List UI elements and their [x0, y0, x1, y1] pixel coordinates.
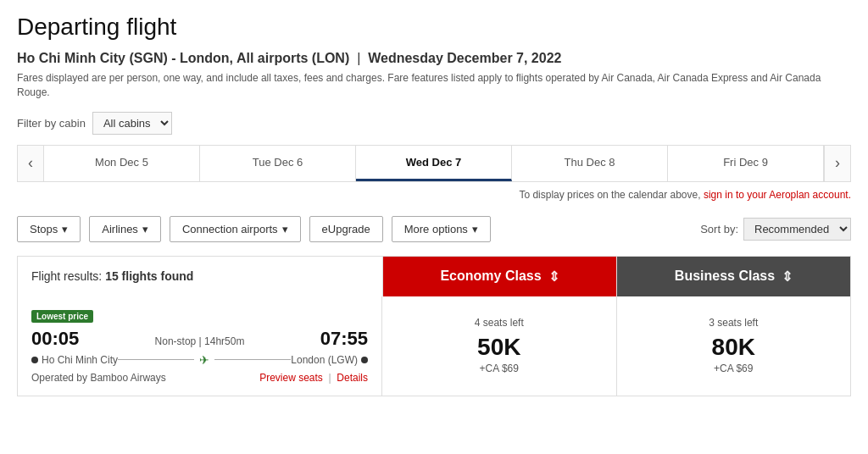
- business-price: 80K: [712, 334, 755, 361]
- economy-fees: +CA $69: [480, 363, 519, 374]
- origin-dot: [31, 357, 38, 363]
- preview-seats-link[interactable]: Preview seats: [259, 372, 323, 384]
- details-link[interactable]: Details: [337, 372, 368, 384]
- calendar-next-arrow[interactable]: ›: [824, 146, 850, 181]
- calendar-day-mon[interactable]: Mon Dec 5: [44, 146, 200, 181]
- flight-operated: Operated by Bamboo Airways Preview seats…: [31, 372, 368, 384]
- arrive-time: 07:55: [320, 328, 368, 350]
- route-text: Ho Chi Minh City (SGN) - London, All air…: [17, 51, 349, 65]
- sign-in-note: To display prices on the calendar above,…: [17, 189, 851, 201]
- sort-select[interactable]: Recommended Price Duration: [743, 218, 851, 241]
- calendar-day-tue[interactable]: Tue Dec 6: [200, 146, 356, 181]
- flight-links: Preview seats | Details: [259, 372, 368, 384]
- filter-buttons-bar: Stops ▾ Airlines ▾ Connection airports ▾…: [17, 216, 851, 242]
- date-text: Wednesday December 7, 2022: [368, 51, 561, 65]
- business-class-label: Business Class: [675, 269, 775, 284]
- chevron-down-icon: ▾: [142, 223, 148, 235]
- economy-class-label: Economy Class: [440, 269, 541, 284]
- destination-label: London (LGW): [291, 354, 358, 366]
- fare-note: Fares displayed are per person, one way,…: [17, 71, 851, 100]
- calendar-prev-arrow[interactable]: ‹: [18, 146, 44, 181]
- results-header: Flight results: 15 flights found Economy…: [17, 256, 851, 296]
- page-container: Departing flight Ho Chi Minh City (SGN) …: [0, 0, 868, 410]
- page-title: Departing flight: [17, 14, 851, 41]
- flight-times: 00:05 Non-stop | 14hr50m 07:55: [31, 328, 368, 350]
- airlines-filter-button[interactable]: Airlines ▾: [89, 216, 161, 242]
- calendar-nav: ‹ Mon Dec 5 Tue Dec 6 Wed Dec 7 Thu Dec …: [17, 145, 851, 182]
- sort-by-control: Sort by: Recommended Price Duration: [700, 218, 851, 241]
- eupgrade-filter-button[interactable]: eUpgrade: [309, 216, 383, 242]
- flight-duration: Non-stop | 14hr50m: [87, 335, 311, 347]
- flight-route: Ho Chi Minh City ✈ London (LGW): [31, 353, 368, 367]
- sort-by-label: Sort by:: [700, 223, 738, 235]
- economy-price-cell[interactable]: 4 seats left 50K +CA $69: [382, 296, 617, 396]
- cabin-select[interactable]: All cabins Economy Business First: [92, 112, 172, 135]
- lowest-price-badge: Lowest price: [31, 310, 93, 323]
- flight-count: 15 flights found: [105, 269, 193, 283]
- cabin-filter-bar: Filter by cabin All cabins Economy Busin…: [17, 112, 851, 135]
- flight-row: Lowest price 00:05 Non-stop | 14hr50m 07…: [17, 296, 851, 396]
- business-fees: +CA $69: [714, 363, 753, 374]
- business-sort-icon: ⇕: [782, 269, 793, 285]
- economy-price: 50K: [477, 334, 520, 361]
- operator-label: Operated by Bamboo Airways: [31, 372, 166, 384]
- route-info: Ho Chi Minh City (SGN) - London, All air…: [17, 51, 851, 66]
- sign-in-link[interactable]: sign in to your Aeroplan account.: [704, 189, 851, 201]
- economy-class-header[interactable]: Economy Class ⇕: [382, 257, 616, 296]
- more-options-filter-button[interactable]: More options ▾: [392, 216, 491, 242]
- results-count: Flight results: 15 flights found: [18, 257, 382, 296]
- destination-dot: [361, 357, 368, 363]
- business-seats-left: 3 seats left: [709, 317, 758, 329]
- connection-airports-filter-button[interactable]: Connection airports ▾: [170, 216, 301, 242]
- chevron-down-icon: ▾: [472, 223, 478, 235]
- business-class-header[interactable]: Business Class ⇕: [616, 257, 850, 296]
- economy-sort-icon: ⇕: [548, 269, 559, 285]
- business-price-cell[interactable]: 3 seats left 80K +CA $69: [617, 296, 851, 396]
- filter-cabin-label: Filter by cabin: [17, 117, 86, 130]
- chevron-down-icon: ▾: [62, 223, 68, 235]
- flight-info: Lowest price 00:05 Non-stop | 14hr50m 07…: [18, 296, 382, 396]
- calendar-day-fri[interactable]: Fri Dec 9: [668, 146, 824, 181]
- calendar-day-thu[interactable]: Thu Dec 8: [512, 146, 668, 181]
- plane-icon: ✈: [199, 353, 209, 367]
- calendar-day-wed[interactable]: Wed Dec 7: [356, 146, 512, 181]
- pipe-divider: |: [329, 372, 331, 384]
- economy-seats-left: 4 seats left: [475, 317, 524, 329]
- chevron-down-icon: ▾: [282, 223, 288, 235]
- origin-label: Ho Chi Minh City: [42, 354, 118, 366]
- stops-filter-button[interactable]: Stops ▾: [17, 216, 81, 242]
- depart-time: 00:05: [31, 328, 79, 350]
